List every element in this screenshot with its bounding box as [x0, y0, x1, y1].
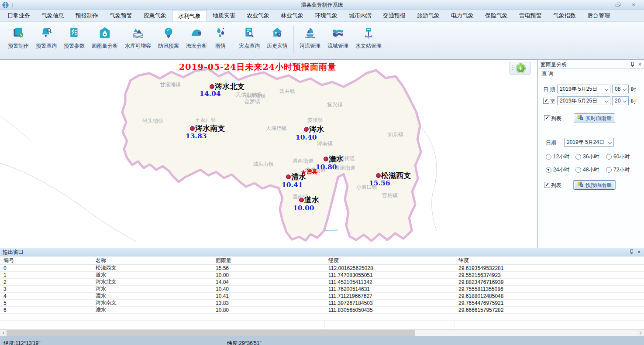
warning-create-button[interactable]: 预警制作: [4, 25, 32, 51]
radio-48h[interactable]: 48小时: [575, 166, 599, 174]
radio-dot-icon: [546, 154, 551, 160]
inundation-analysis-button[interactable]: 淹没分析: [183, 25, 210, 51]
scroll-right-arrow[interactable]: ›: [637, 330, 644, 336]
river-management-button[interactable]: 河流管理: [296, 25, 324, 51]
start-hour-select[interactable]: 08: [612, 85, 629, 93]
town-label: 城头山镇: [253, 161, 274, 168]
zoom-in-button[interactable]: +: [516, 64, 525, 73]
table-row[interactable]: 1道水10.00111.74708305505129.552156374923: [0, 272, 644, 279]
tab-urban-flood[interactable]: 城市内涝: [343, 10, 377, 21]
table-row[interactable]: 4澧水10.41111.71121966762729.6188012485048: [0, 293, 644, 300]
tab-weather-warning[interactable]: 气象预警: [104, 10, 138, 21]
town-label: 大堰垱镇: [266, 125, 287, 132]
hydro-station-management-button[interactable]: 水文站管理: [352, 25, 385, 51]
forecast-date-select[interactable]: 2019年 5月24日: [564, 138, 614, 147]
flood-plan-button[interactable]: 防汛预案: [155, 25, 183, 51]
table-row[interactable]: 5涔水南支13.83111.39726718450329.76544769759…: [0, 300, 644, 307]
tab-insurance-weather[interactable]: 保险气象: [479, 10, 513, 21]
maximize-button[interactable]: [616, 3, 620, 7]
warning-params-icon: [68, 26, 81, 41]
disaster-history-button[interactable]: 历史灾情: [263, 25, 291, 51]
warning-params-button[interactable]: 预警参数: [60, 25, 88, 51]
table-row[interactable]: 6澹水10.80111.83056505043529.6666157957282: [0, 307, 644, 314]
pin-icon[interactable]: [630, 249, 634, 255]
to-date-checkbox[interactable]: ✓: [543, 98, 549, 104]
close-button[interactable]: ×: [630, 2, 637, 8]
tab-forecast-production[interactable]: 预报制作: [70, 10, 104, 21]
town-label: 码头铺镇: [142, 117, 163, 125]
realtime-rain-button[interactable]: 实时面雨量: [574, 113, 615, 123]
radio-60h[interactable]: 60小时: [606, 153, 630, 161]
titlebar-separator: |: [12, 2, 13, 7]
radio-dot-icon: [606, 154, 612, 160]
table-row[interactable]: 0松滋西支15.56112.00162562502829.61935495322…: [0, 265, 644, 272]
date-label: 日 期: [543, 86, 555, 93]
tab-emergency-weather[interactable]: 应急气象: [138, 10, 172, 21]
tab-env-weather[interactable]: 环境气象: [309, 10, 343, 21]
tab-weather-index[interactable]: 气象指数: [548, 10, 582, 21]
scrollbar-thumb[interactable]: [7, 330, 415, 336]
station-dot-icon: [376, 173, 381, 178]
column-header[interactable]: 经度: [325, 257, 455, 264]
hour-suffix-label: 时: [631, 86, 636, 93]
start-date-select[interactable]: 2019年 5月25日: [557, 85, 610, 93]
radio-72h[interactable]: 72小时: [606, 166, 630, 174]
town-label: 澧澹街道: [334, 164, 355, 172]
table-row[interactable]: 3涔水10.40111.7620051463129.7555811355086: [0, 286, 644, 293]
station-dot-icon: [324, 157, 328, 161]
map-zoom-toolbar[interactable]: +: [510, 62, 530, 74]
rain-condition-button[interactable]: 雨情: [210, 25, 231, 51]
hydro-station-management-icon: [362, 26, 375, 41]
forecast-date-label: 日期: [546, 139, 556, 147]
tab-geo-disaster[interactable]: 地质灾害: [207, 10, 241, 21]
column-header[interactable]: 名称: [92, 257, 212, 264]
panel-close-icon[interactable]: ×: [638, 62, 641, 67]
radio-dot-icon: [546, 167, 551, 173]
tab-admin[interactable]: 后台管理: [582, 10, 616, 21]
basin-management-button[interactable]: 流域管理: [324, 25, 352, 51]
column-header[interactable]: 纬度: [455, 257, 644, 264]
tab-power-weather[interactable]: 电力气象: [445, 10, 479, 21]
list-label: 列表: [551, 115, 561, 123]
radio-12h[interactable]: 12小时: [546, 153, 569, 161]
radio-24h[interactable]: 24小时: [546, 166, 569, 174]
forecast-list-label: 列表: [551, 182, 561, 189]
warning-query-icon: [40, 26, 53, 41]
reservoir-capacity-icon: [131, 26, 145, 41]
radio-36h[interactable]: 36小时: [575, 153, 599, 161]
drag-grip-icon[interactable]: [512, 65, 515, 71]
tab-agri-weather[interactable]: 农业气象: [241, 10, 275, 21]
forecast-rain-button[interactable]: 预报面雨量: [574, 180, 615, 190]
forecast-list-checkbox[interactable]: ✓: [544, 182, 550, 188]
status-bar: 经度:112°13'19" 纬度:29°36'51": [0, 336, 644, 345]
area-rain-analysis-button[interactable]: 面雨量分析: [88, 25, 121, 51]
tab-traffic-forecast[interactable]: 交通预报: [377, 10, 411, 21]
reservoir-capacity-button[interactable]: 水库可增容: [121, 25, 155, 51]
tab-lightning-warning[interactable]: 雷电预警: [513, 10, 548, 21]
scroll-left-arrow[interactable]: ‹: [0, 330, 7, 336]
to-label: 至: [550, 98, 555, 105]
list-checkbox[interactable]: ✓: [544, 115, 550, 121]
disaster-point-query-button[interactable]: 灾点查询: [235, 25, 263, 51]
table-row[interactable]: 2涔水北支14.04111.45210541134229.88234767169…: [0, 279, 644, 286]
horizontal-scrollbar[interactable]: ‹ ›: [0, 329, 644, 336]
query-group-label: 查 询: [538, 69, 644, 77]
tab-forestry-weather[interactable]: 林业气象: [275, 10, 309, 21]
tab-tourism-weather[interactable]: 旅游气象: [411, 10, 445, 21]
disaster-history-icon: [271, 26, 284, 41]
tab-weather-info[interactable]: 气象信息: [36, 10, 70, 21]
tab-daily-business[interactable]: 日常业务: [2, 10, 36, 21]
warning-query-button[interactable]: 预警查询: [32, 25, 60, 51]
end-hour-select[interactable]: 20: [612, 96, 629, 105]
end-date-select[interactable]: 2019年 5月25日: [557, 96, 610, 105]
minimize-button[interactable]: –: [599, 2, 606, 8]
output-close-icon[interactable]: ×: [637, 249, 641, 255]
inundation-analysis-icon: [190, 26, 203, 41]
tab-hydro-weather[interactable]: 水利气象: [172, 10, 207, 21]
map-canvas[interactable]: 2019-05-24日未来24小时预报面雨量 甘溪滩镇 火连坡镇 天供山林场 金…: [0, 60, 537, 248]
column-header[interactable]: 编号: [0, 257, 92, 264]
column-header[interactable]: 面雨量: [212, 257, 325, 264]
disaster-point-query-icon: [243, 26, 256, 41]
pin-icon[interactable]: [630, 62, 634, 67]
basin-management-icon: [331, 26, 344, 41]
